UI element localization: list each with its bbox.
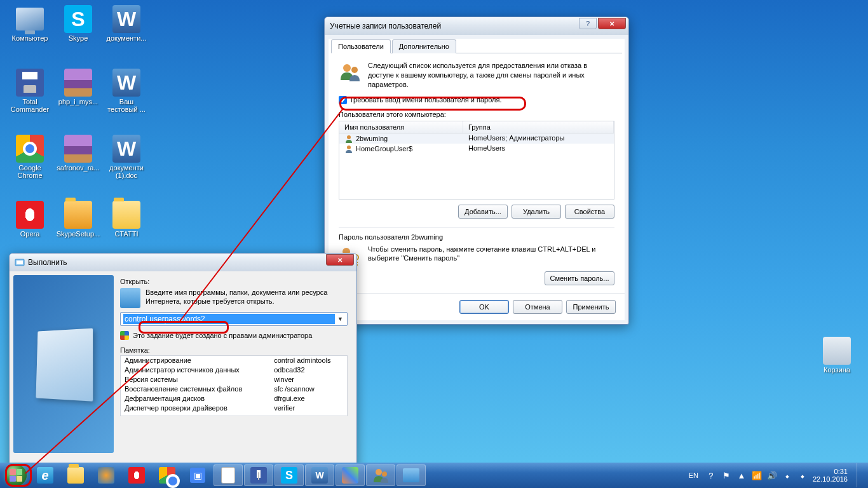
ua-titlebar[interactable]: Учетные записи пользователей ? ✕ (325, 17, 628, 35)
users-list-label: Пользователи этого компьютера: (339, 111, 614, 118)
users-icon (339, 61, 362, 84)
desktop-icon-document2[interactable]: Wдокументи (1).doc (104, 135, 149, 179)
taskbar-ie[interactable]: e (31, 464, 60, 486)
desktop-icon-totalcmd[interactable]: Total Commander (8, 69, 52, 113)
password-section-title: Пароль пользователя 2bwuming (339, 227, 614, 241)
shield-icon (120, 331, 129, 340)
history-list[interactable]: Администрированиеcontrol admintools Адми… (120, 355, 348, 416)
column-username[interactable]: Имя пользователя (339, 121, 463, 133)
desktop-icon-computer[interactable]: Компьютер (8, 5, 52, 42)
desktop-icon-safronov[interactable]: safronov_ra... (56, 135, 100, 172)
svg-point-8 (376, 469, 382, 475)
tray-app-icon[interactable]: ⬥ (782, 470, 792, 480)
taskbar-skype[interactable]: S (275, 464, 304, 486)
taskbar-opera[interactable] (122, 464, 151, 486)
close-button[interactable]: ✕ (598, 18, 626, 29)
desktop-icon-test[interactable]: WВаш тестовый ... (104, 69, 149, 113)
open-label: Открыть: (120, 278, 348, 285)
desktop-icon-document1[interactable]: Wдокументи... (104, 5, 149, 42)
column-group[interactable]: Группа (463, 121, 614, 133)
desktop-icon-php[interactable]: php_i_mys... (56, 69, 100, 105)
svg-point-0 (343, 64, 351, 72)
desktop-icon-statti[interactable]: СТАТТІ (104, 201, 149, 238)
history-row[interactable]: Восстановление системных файловsfc /scan… (121, 384, 347, 394)
start-button[interactable] (3, 464, 29, 486)
desktop-icon-opera[interactable]: Opera (8, 201, 52, 238)
history-row[interactable]: Дефрагментация дисковdfrgui.exe (121, 394, 347, 403)
run-description: Введите имя программы, папки, документа … (146, 288, 348, 308)
dropdown-icon[interactable]: ▼ (335, 316, 346, 322)
user-icon (344, 144, 353, 153)
taskbar-useraccounts[interactable] (366, 464, 395, 486)
taskbar-word[interactable]: W (305, 464, 334, 486)
run-sidebar-graphic (13, 275, 114, 453)
add-user-button[interactable]: Добавить... (458, 205, 508, 219)
run-icon (15, 257, 25, 268)
history-row[interactable]: Диспетчер проверки драйверовverifier (121, 403, 347, 413)
volume-icon[interactable]: 🔊 (767, 470, 777, 480)
taskbar-wmp[interactable] (92, 464, 121, 486)
ua-tabs: Пользователи Дополнительно (331, 39, 622, 53)
ua-description: Следующий список используется для предос… (368, 61, 614, 90)
apply-button[interactable]: Применить (566, 300, 616, 314)
taskbar-totalcmd[interactable] (244, 464, 273, 486)
taskbar-explorer[interactable] (61, 464, 90, 486)
clock[interactable]: 0:31 22.10.2016 (813, 468, 851, 483)
tab-advanced[interactable]: Дополнительно (392, 39, 456, 53)
close-button[interactable]: ✕ (326, 254, 354, 266)
desktop-icon-chrome[interactable]: Google Chrome (8, 135, 52, 179)
user-icon (344, 134, 353, 143)
svg-point-2 (347, 135, 351, 139)
user-row[interactable]: HomeGroupUser$ HomeUsers (339, 144, 614, 154)
svg-rect-7 (17, 261, 23, 264)
taskbar-run[interactable] (397, 464, 426, 486)
properties-button[interactable]: Свойства (565, 205, 614, 219)
users-table[interactable]: Имя пользователя Группа 2bwuming HomeUse… (339, 121, 614, 200)
action-center-icon[interactable]: ⚑ (721, 470, 731, 480)
cancel-button[interactable]: Отмена (513, 300, 562, 314)
delete-user-button[interactable]: Удалить (512, 205, 561, 219)
run-title: Выполнить (28, 258, 67, 267)
history-label: Памятка: (120, 346, 348, 354)
run-program-icon (120, 288, 140, 308)
user-row[interactable]: 2bwuming HomeUsers; Администраторы (339, 133, 614, 144)
taskbar-paint[interactable] (336, 464, 365, 486)
taskbar-notepad[interactable] (214, 464, 243, 486)
taskbar-chrome[interactable] (153, 464, 182, 486)
open-input[interactable] (123, 314, 335, 324)
run-dialog: Выполнить ✕ Открыть: Введите имя програм… (9, 253, 357, 484)
require-password-checkbox[interactable] (339, 96, 347, 104)
tray-app-icon[interactable]: ⬥ (797, 470, 808, 480)
system-tray: EN ? ⚑ ▲ 📶 🔊 ⬥ ⬥ 0:31 22.10.2016 (686, 463, 865, 487)
password-text: Чтобы сменить пароль, нажмите сочетание … (368, 245, 614, 268)
tab-users[interactable]: Пользователи (331, 39, 391, 53)
desktop-icon-recyclebin[interactable]: Корзина (815, 337, 859, 374)
ok-button[interactable]: OK (459, 300, 509, 314)
svg-point-9 (382, 471, 387, 477)
show-desktop-button[interactable] (857, 463, 862, 487)
taskbar-chrome-alt[interactable]: ▣ (183, 464, 212, 486)
ua-title: Учетные записи пользователей (330, 22, 441, 30)
help-button[interactable]: ? (579, 18, 597, 29)
desktop-icon-skypesetup[interactable]: SkypeSetup... (56, 201, 100, 238)
tray-expand-icon[interactable]: ▲ (736, 470, 747, 480)
open-combobox[interactable]: ▼ (120, 312, 348, 326)
history-row[interactable]: Администратор источников данныхodbcad32 (121, 365, 347, 375)
svg-point-3 (347, 146, 351, 149)
run-titlebar[interactable]: Выполнить ✕ (10, 254, 356, 271)
taskbar: e ▣ S W EN ? ⚑ ▲ 📶 🔊 ⬥ ⬥ 0:31 22.10.2016 (0, 463, 868, 488)
change-password-button[interactable]: Сменить пароль... (545, 271, 614, 285)
history-row[interactable]: Администрированиеcontrol admintools (121, 356, 347, 365)
require-password-label: Требовать ввод имени пользователя и паро… (349, 96, 501, 104)
svg-point-1 (351, 67, 358, 73)
language-indicator[interactable]: EN (686, 470, 701, 480)
admin-note: Это задание будет создано с правами адми… (133, 332, 312, 339)
history-row[interactable]: Версия системыwinver (121, 375, 347, 384)
desktop-icon-skype[interactable]: SSkype (56, 5, 100, 42)
help-icon[interactable]: ? (706, 470, 716, 480)
user-accounts-dialog: Учетные записи пользователей ? ✕ Пользов… (324, 17, 629, 325)
network-icon[interactable]: 📶 (752, 470, 762, 480)
